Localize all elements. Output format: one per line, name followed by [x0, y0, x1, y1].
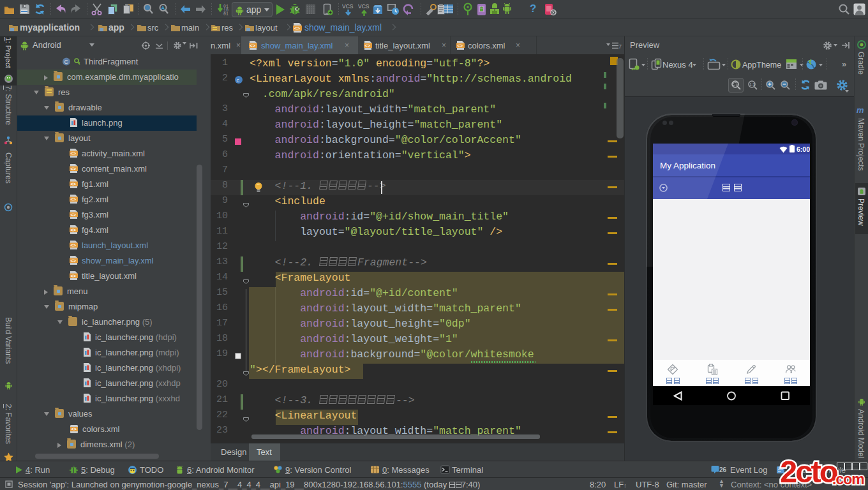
svg-text:1:1: 1:1 — [749, 82, 755, 87]
svg-text:01: 01 — [223, 12, 228, 17]
svg-text:A: A — [161, 5, 165, 11]
svg-text:.com: .com — [832, 471, 864, 487]
svg-text:<>: <> — [71, 274, 76, 279]
svg-text:<>: <> — [71, 228, 76, 233]
svg-text:<>: <> — [71, 427, 77, 432]
svg-text:<>: <> — [458, 43, 463, 48]
svg-text:C: C — [64, 59, 69, 65]
svg-text:<>: <> — [294, 26, 301, 31]
svg-text:<>: <> — [71, 258, 76, 264]
svg-text:VCS: VCS — [342, 3, 354, 10]
svg-text:<>: <> — [71, 182, 76, 187]
svg-text:<>: <> — [71, 151, 76, 156]
svg-text:<>: <> — [71, 212, 76, 218]
svg-text:2cto: 2cto — [780, 454, 838, 489]
svg-text:<>: <> — [71, 167, 76, 172]
svg-text:<>: <> — [250, 43, 255, 48]
svg-text:VCS: VCS — [358, 3, 370, 10]
svg-text:c: c — [237, 77, 240, 84]
svg-text:7: 7 — [618, 43, 622, 50]
svg-text:<>: <> — [365, 43, 370, 48]
svg-text:<>: <> — [71, 243, 76, 248]
svg-text:<>: <> — [71, 197, 76, 202]
